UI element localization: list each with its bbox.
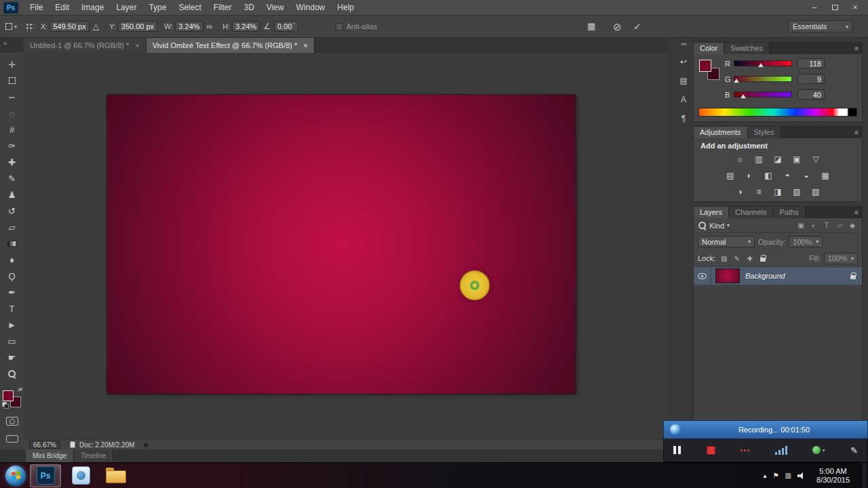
adjustment-hue-saturation-button[interactable]: ▤	[724, 170, 737, 181]
link-dimensions-icon[interactable]: ∞	[207, 22, 213, 31]
y-position-field[interactable]: 350.00 px	[118, 21, 157, 32]
adjustment-black-and-white-button[interactable]: ◧	[762, 170, 775, 181]
history-brush-tool[interactable]: ↺	[3, 203, 21, 219]
history-panel-button[interactable]: ↩	[680, 57, 687, 66]
foreground-color-swatch[interactable]	[3, 390, 14, 401]
swap-colors-icon[interactable]: ⇄	[18, 386, 23, 392]
panel-tab-channels[interactable]: Channels	[729, 207, 773, 218]
lock-image-pixels-button[interactable]: ✎	[732, 253, 742, 263]
show-hidden-icons-chevron[interactable]: ▴	[764, 472, 767, 479]
start-button[interactable]	[5, 466, 26, 486]
zoom-level-field[interactable]: 66.67%	[29, 441, 60, 449]
opacity-dropdown[interactable]: 100% ▾	[789, 236, 823, 247]
menu-window[interactable]: Window	[290, 0, 332, 16]
filter-pixel-layers-button[interactable]: ▣	[795, 220, 806, 230]
record-options-button[interactable]	[741, 449, 749, 451]
adjustment-channel-mixer-button[interactable]: ◒	[800, 170, 813, 181]
layer-thumbnail[interactable]	[715, 268, 740, 283]
adjustment-color-lookup-button[interactable]: ▦	[818, 170, 832, 181]
eraser-tool[interactable]: ▱	[3, 219, 21, 235]
adjustment-invert-button[interactable]: ◑	[733, 186, 747, 197]
menu-edit[interactable]: Edit	[49, 0, 75, 16]
document-tab-1[interactable]: Untitled-1 @ 66.7% (RGB/8) *×	[24, 38, 146, 53]
adjustment-vibrance-button[interactable]: ▽	[809, 154, 823, 165]
channel-slider[interactable]	[734, 60, 792, 66]
panel-tab-color[interactable]: Color	[694, 43, 724, 54]
crop-tool[interactable]: #	[3, 121, 21, 138]
properties-panel-button[interactable]: ▤	[679, 76, 687, 85]
minimize-button[interactable]: –	[806, 1, 823, 13]
pause-button[interactable]	[673, 446, 681, 454]
stop-button[interactable]	[707, 446, 715, 455]
workspace-switcher[interactable]: Essentials ▾	[788, 20, 853, 33]
width-field[interactable]: 3.24%	[175, 21, 203, 32]
adjustment-curves-button[interactable]: ◪	[771, 154, 785, 165]
lasso-tool[interactable]: ∽	[3, 89, 21, 105]
channel-value-field[interactable]: 118	[797, 58, 825, 68]
commit-transform-icon[interactable]: ✓	[633, 21, 642, 32]
default-colors-icon[interactable]	[2, 402, 9, 409]
filter-smart-objects-button[interactable]: ◆	[847, 220, 858, 230]
screen-mode-button[interactable]	[6, 435, 18, 443]
color-spectrum-ramp[interactable]	[698, 108, 857, 117]
adjustment-threshold-button[interactable]: ◨	[771, 186, 785, 197]
panel-tab-layers[interactable]: Layers	[694, 207, 729, 218]
draw-tool-button[interactable]: ✎	[850, 445, 858, 455]
taskbar-explorer-button[interactable]	[100, 464, 132, 487]
spot-healing-brush-tool[interactable]: ✚	[3, 154, 21, 170]
path-selection-tool[interactable]: ►	[3, 317, 21, 333]
filter-type-layers-button[interactable]: T	[821, 220, 832, 230]
clone-stamp-tool[interactable]: ♟	[3, 186, 21, 203]
pen-tool[interactable]: ✒	[3, 284, 21, 300]
panel-tab-swatches[interactable]: Swatches	[724, 43, 770, 54]
fill-dropdown[interactable]: 100% ▾	[824, 253, 858, 264]
menu-help[interactable]: Help	[331, 0, 360, 16]
menu-select[interactable]: Select	[172, 0, 207, 16]
panel-tab-paths[interactable]: Paths	[774, 207, 806, 218]
bottom-tab-timeline[interactable]: Timeline	[74, 449, 113, 462]
height-field[interactable]: 3.24%	[232, 21, 260, 32]
panel-tab-styles[interactable]: Styles	[748, 127, 781, 138]
menu-type[interactable]: Type	[142, 0, 172, 16]
reference-point-grid[interactable]	[25, 22, 34, 31]
guides-grid-icon[interactable]: ▦	[587, 21, 595, 31]
slider-handle-icon[interactable]	[741, 94, 746, 98]
taskbar-photoshop-button[interactable]: Ps	[30, 464, 61, 487]
panel-menu-icon[interactable]: ≡	[854, 207, 862, 218]
blur-tool[interactable]: ♦	[3, 251, 21, 268]
lock-transparent-pixels-button[interactable]: ▨	[719, 253, 729, 263]
menu-3d[interactable]: 3D	[237, 0, 260, 16]
channel-slider[interactable]	[734, 76, 792, 82]
show-desktop-button[interactable]	[861, 463, 867, 488]
restore-button[interactable]	[826, 1, 844, 13]
menu-layer[interactable]: Layer	[110, 0, 142, 16]
panel-tab-adjustments[interactable]: Adjustments	[694, 127, 748, 138]
relative-position-icon[interactable]: △	[93, 22, 99, 31]
menu-filter[interactable]: Filter	[208, 0, 238, 16]
rectangle-tool[interactable]: ▭	[3, 333, 21, 349]
anti-alias-checkbox[interactable]	[336, 23, 343, 30]
type-tool[interactable]: T	[3, 300, 21, 317]
toolbar-collapse-chevron[interactable]: »	[3, 40, 6, 47]
adjustment-brightness-contrast-button[interactable]: ☼	[733, 154, 747, 165]
adjustment-posterize-button[interactable]: ≡	[752, 186, 766, 197]
collapse-panels-chevron[interactable]: ««	[681, 41, 686, 47]
cancel-transform-icon[interactable]: ⊘	[613, 21, 622, 33]
eyedropper-tool[interactable]: ✑	[3, 138, 21, 154]
channel-value-field[interactable]: 40	[797, 89, 825, 100]
foreground-color-swatch[interactable]	[699, 60, 711, 72]
layer-visibility-toggle[interactable]	[694, 267, 711, 285]
rotation-field[interactable]: 0.00°	[274, 21, 298, 32]
panel-menu-icon[interactable]: ≡	[854, 127, 862, 138]
layer-row-background[interactable]: Background	[694, 267, 862, 285]
panel-menu-icon[interactable]: ≡	[854, 43, 862, 54]
rectangular-marquee-tool[interactable]	[3, 73, 21, 89]
menu-image[interactable]: Image	[75, 0, 110, 16]
character-panel-button[interactable]: A	[681, 95, 686, 104]
quick-mask-button[interactable]	[6, 417, 18, 426]
adjustment-exposure-button[interactable]: ▣	[790, 154, 804, 165]
tool-preset-picker[interactable]: ▾	[5, 23, 17, 30]
filter-kind-dropdown[interactable]: Kind	[709, 222, 724, 230]
bottom-tab-mini-bridge[interactable]: Mini Bridge	[26, 449, 74, 462]
close-button[interactable]: ×	[846, 1, 864, 13]
